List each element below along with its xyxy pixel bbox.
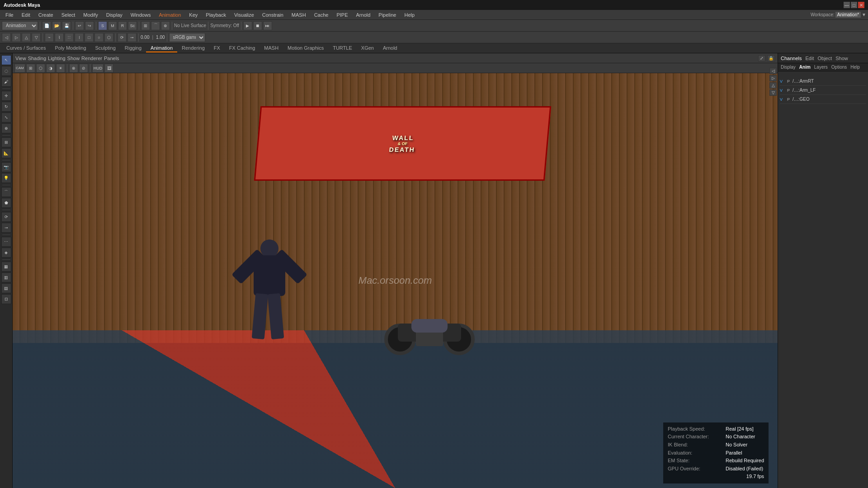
menu-constrain[interactable]: Constrain <box>259 11 287 19</box>
menu-playback[interactable]: Playback <box>202 11 230 19</box>
tab-turtle[interactable]: TURTLE <box>328 44 357 52</box>
tab-arnold[interactable]: Arnold <box>378 44 402 52</box>
tb2-curve2[interactable]: ⌇ <box>55 33 64 42</box>
menu-animation[interactable]: Animation <box>155 11 184 19</box>
vp-menu-show[interactable]: Show <box>67 56 80 61</box>
select-tool[interactable]: S <box>98 21 107 30</box>
display-tab[interactable]: Display <box>781 65 796 70</box>
play-btn[interactable]: ▶ <box>243 21 252 30</box>
close-button[interactable]: ✕ <box>858 2 864 8</box>
vp-tb-light[interactable]: ☀ <box>56 64 65 73</box>
vp-tb-hud[interactable]: HUD <box>92 64 104 73</box>
title-bar-controls[interactable]: — □ ✕ <box>844 2 864 8</box>
menu-edit[interactable]: Edit <box>18 11 34 19</box>
lt-extras4[interactable]: ⊡ <box>1 294 11 304</box>
vp-tb-grid[interactable]: ⊞ <box>26 64 35 73</box>
animation-dropdown[interactable]: Animation <box>2 21 38 30</box>
tb2-deform1[interactable]: ⟳ <box>118 33 127 42</box>
tb2-sphere[interactable]: ○ <box>94 33 104 42</box>
panel-left-arrow[interactable]: ◁ <box>769 68 777 74</box>
lt-rotate[interactable]: ↻ <box>1 102 11 112</box>
lt-lasso[interactable]: ◌ <box>1 66 11 76</box>
lt-poly[interactable]: ⬟ <box>1 198 11 208</box>
maximize-button[interactable]: □ <box>851 2 857 8</box>
rp-tab-channels[interactable]: Channels <box>781 56 802 61</box>
menu-arnold[interactable]: Arnold <box>353 11 374 19</box>
tb2-cyl[interactable]: ⬡ <box>104 33 113 42</box>
tab-poly-modeling[interactable]: Poly Modeling <box>50 44 90 52</box>
stop-btn[interactable]: ⏹ <box>253 21 262 30</box>
panel-right-arrow[interactable]: ▷ <box>769 75 777 81</box>
lt-snap[interactable]: ⊞ <box>1 137 11 147</box>
undo-btn[interactable]: ↩ <box>75 21 84 30</box>
lt-move[interactable]: ✛ <box>1 91 11 101</box>
viewport-3d[interactable]: WALL & OF DEATH <box>13 73 778 488</box>
lt-skin[interactable]: ⊸ <box>1 223 11 233</box>
scale-tool[interactable]: Sc <box>128 21 137 30</box>
tab-rigging[interactable]: Rigging <box>120 44 146 52</box>
vp-menu-shading[interactable]: Shading <box>28 56 46 61</box>
tb2-btn1[interactable]: ◁ <box>2 33 11 42</box>
vp-tb-wire[interactable]: ⬡ <box>36 64 45 73</box>
lt-extras3[interactable]: ▤ <box>1 283 11 293</box>
vp-tb-persp[interactable]: ⊘ <box>79 64 88 73</box>
menu-create[interactable]: Create <box>35 11 57 19</box>
rp-tab-edit[interactable]: Edit <box>805 56 814 61</box>
menu-help[interactable]: Help <box>401 11 418 19</box>
workspace-expand[interactable]: ▼ <box>862 12 866 17</box>
tab-fx[interactable]: FX <box>209 44 225 52</box>
menu-windows[interactable]: Windows <box>127 11 155 19</box>
tab-rendering[interactable]: Rendering <box>177 44 209 52</box>
menu-modify[interactable]: Modify <box>80 11 101 19</box>
lt-manip[interactable]: ⊕ <box>1 123 11 133</box>
tab-animation[interactable]: Animation <box>146 44 177 52</box>
lt-paint[interactable]: 🖌 <box>1 77 11 87</box>
lt-scale[interactable]: ⤡ <box>1 113 11 122</box>
next-frame-btn[interactable]: ⏭ <box>263 21 272 30</box>
tab-xgen[interactable]: XGen <box>357 44 378 52</box>
vp-menu-panels[interactable]: Panels <box>104 56 119 61</box>
tab-sculpting[interactable]: Sculpting <box>91 44 120 52</box>
menu-display[interactable]: Display <box>103 11 126 19</box>
menu-file[interactable]: File <box>2 11 17 19</box>
rp-tab-object[interactable]: Object <box>817 56 832 61</box>
snap-curve[interactable]: ⌒ <box>151 21 160 30</box>
tab-curves-surfaces[interactable]: Curves / Surfaces <box>2 44 50 52</box>
tb2-pts1[interactable]: ∷ <box>65 33 74 42</box>
menu-cache[interactable]: Cache <box>311 11 332 19</box>
open-scene-btn[interactable]: 📂 <box>52 21 61 30</box>
colorspace-dropdown[interactable]: sRGB gamma <box>169 33 205 42</box>
vp-tb-shade[interactable]: ◑ <box>46 64 55 73</box>
lt-anim[interactable]: ⋯ <box>1 237 11 247</box>
menu-visualize[interactable]: Visualize <box>231 11 258 19</box>
vp-menu-renderer[interactable]: Renderer <box>81 56 102 61</box>
lt-render[interactable]: ◈ <box>1 248 11 258</box>
layers-tab[interactable]: Layers <box>814 65 828 70</box>
tab-mash[interactable]: MASH <box>259 44 283 52</box>
lt-extras2[interactable]: ▥ <box>1 272 11 282</box>
panel-down-arrow[interactable]: ▽ <box>769 89 777 96</box>
tab-fx-caching[interactable]: FX Caching <box>225 44 259 52</box>
panel-up-arrow[interactable]: △ <box>769 82 777 89</box>
menu-mash[interactable]: MASH <box>288 11 310 19</box>
tb2-btn4[interactable]: ▽ <box>32 33 41 42</box>
vp-menu-view[interactable]: View <box>15 56 26 61</box>
lt-measure[interactable]: 📐 <box>1 148 11 158</box>
lt-deform[interactable]: ⟳ <box>1 212 11 222</box>
minimize-button[interactable]: — <box>844 2 850 8</box>
help-tab[interactable]: Help <box>850 65 860 70</box>
tb2-pts2[interactable]: ⁞ <box>75 33 84 42</box>
menu-pipeline[interactable]: Pipeline <box>375 11 400 19</box>
rotate-tool[interactable]: R <box>118 21 127 30</box>
move-tool[interactable]: M <box>108 21 117 30</box>
options-tab[interactable]: Options <box>831 65 847 70</box>
redo-btn[interactable]: ↪ <box>85 21 94 30</box>
vp-tb-img[interactable]: 🖼 <box>104 64 113 73</box>
workspace-value[interactable]: Animation* <box>835 12 861 18</box>
tb2-btn2[interactable]: ▷ <box>12 33 21 42</box>
new-scene-btn[interactable]: 📄 <box>42 21 51 30</box>
lt-curve[interactable]: ⌒ <box>1 187 11 197</box>
vp-tb-cam[interactable]: CAM <box>14 64 25 73</box>
save-scene-btn[interactable]: 💾 <box>62 21 71 30</box>
tab-motion-graphics[interactable]: Motion Graphics <box>283 44 328 52</box>
